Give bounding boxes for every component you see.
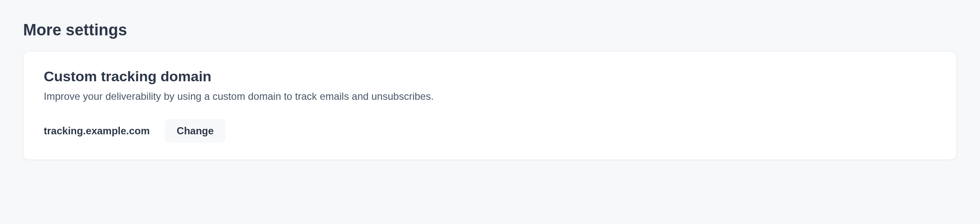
tracking-domain-card: Custom tracking domain Improve your deli… <box>23 51 957 160</box>
card-description: Improve your deliverability by using a c… <box>44 91 936 102</box>
tracking-domain-value: tracking.example.com <box>44 125 150 137</box>
domain-row: tracking.example.com Change <box>44 119 936 143</box>
card-title: Custom tracking domain <box>44 68 936 85</box>
section-title: More settings <box>23 21 957 39</box>
change-button[interactable]: Change <box>165 119 225 143</box>
